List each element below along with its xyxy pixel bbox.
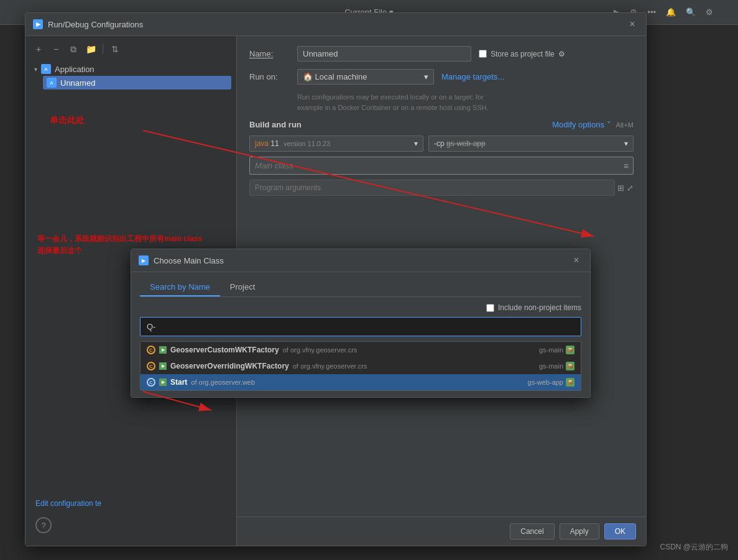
tree-item-unnamed[interactable]: A Unnamed <box>43 76 231 90</box>
config-tree: ▾ A Application A Unnamed <box>30 62 231 90</box>
java-select-row: java 11 version 11.0.23 ▾ -cp gs-web-app… <box>249 135 634 152</box>
config-footer: Cancel Apply OK <box>237 516 646 546</box>
result-item-2[interactable]: C ▶ Start of org.geoserver.web gs-web-ap… <box>141 374 581 390</box>
add-config-button[interactable]: + <box>32 42 45 56</box>
prog-args-expand-button[interactable]: ⊞ <box>617 183 624 193</box>
result-module-icon-0: 📦 <box>566 346 574 354</box>
manage-targets-link[interactable]: Manage targets... <box>441 72 504 81</box>
class-search-input[interactable] <box>140 317 581 336</box>
name-input[interactable] <box>297 46 471 62</box>
java-keyword: java <box>255 139 269 148</box>
result-classname-1: GeoserverOverridingWKTFactory <box>170 362 289 370</box>
unnamed-icon: A <box>47 78 57 88</box>
name-row: Name: Store as project file ⚙ <box>249 46 634 62</box>
annotation-wait-text: 等一会儿，系统就能识别出工程中所有main class 选择最后这个 <box>37 233 202 257</box>
store-checkbox-row: Store as project file ⚙ <box>479 50 565 58</box>
dialog-title-left: ▶ Run/Debug Configurations <box>33 19 143 29</box>
copy-config-button[interactable]: ⧉ <box>67 42 80 56</box>
result-item-0[interactable]: C ▶ GeoserverCustomWKTFactory of org.vfn… <box>141 342 581 358</box>
sort-config-button[interactable]: ⇅ <box>108 42 122 56</box>
store-settings-icon[interactable]: ⚙ <box>558 50 565 58</box>
result-package-2: of org.geoserver.web <box>191 379 255 386</box>
prog-args-resize-button[interactable]: ⤢ <box>627 183 634 193</box>
help-button[interactable]: ? <box>35 517 52 533</box>
main-class-browse-button[interactable]: ≡ <box>620 160 632 172</box>
choose-tabs: Search by Name Project <box>140 278 581 297</box>
build-run-title: Build and run <box>249 120 302 129</box>
run-on-label: Run on: <box>249 72 290 81</box>
result-module-icon-1: 📦 <box>566 362 574 370</box>
modify-options-wrapper: Modify options ˅ Alt+M <box>552 120 634 129</box>
prog-args-label: Program arguments <box>249 180 615 196</box>
remove-config-button[interactable]: − <box>49 42 63 56</box>
tab-project[interactable]: Project <box>220 278 265 296</box>
run-on-row: Run on: 🏠 Local machine ▾ Manage targets… <box>249 69 634 85</box>
result-module-1: gs-main 📦 <box>539 362 574 370</box>
ok-button[interactable]: OK <box>604 523 636 539</box>
include-nonproject-checkbox[interactable] <box>486 304 494 312</box>
result-package-0: of org.vfny.geoserver.crs <box>283 346 357 354</box>
dialog-titlebar: ▶ Run/Debug Configurations × <box>25 13 646 36</box>
choose-dialog-icon: ▶ <box>139 255 149 265</box>
run-on-dropdown[interactable]: 🏠 Local machine ▾ <box>297 69 434 85</box>
tree-item-application[interactable]: ▾ A Application <box>30 62 231 76</box>
help-button-wrapper: ? <box>35 517 52 533</box>
java-version-number: 11 <box>270 139 279 148</box>
search-input-row <box>140 317 581 336</box>
hint-text: Run configurations may be executed local… <box>297 92 634 112</box>
expand-arrow: ▾ <box>34 66 37 73</box>
cp-value: -cp gs-web-app <box>434 139 486 148</box>
apply-button[interactable]: Apply <box>560 523 599 539</box>
dialog-title: Run/Debug Configurations <box>48 20 143 29</box>
java-version-detail: version 11.0.23 <box>284 140 330 147</box>
bell-icon[interactable]: 🔔 <box>666 7 676 17</box>
wait-text-line1: 等一会儿，系统就能识别出工程中所有main class <box>37 234 202 243</box>
search-icon[interactable]: 🔍 <box>686 7 696 17</box>
main-class-input[interactable] <box>249 157 634 175</box>
folder-config-button[interactable]: 📁 <box>84 42 98 56</box>
tab-search-by-name[interactable]: Search by Name <box>140 278 220 296</box>
result-module-0: gs-main 📦 <box>539 346 574 354</box>
choose-title-left: ▶ Choose Main Class <box>139 255 224 265</box>
more-icon[interactable]: ••• <box>647 7 656 17</box>
gear-icon[interactable]: ⚙ <box>706 7 713 17</box>
choose-dialog-close-button[interactable]: × <box>570 254 583 267</box>
dialog-run-icon: ▶ <box>33 19 43 29</box>
java-version-dropdown[interactable]: java 11 version 11.0.23 ▾ <box>249 135 423 152</box>
cancel-button[interactable]: Cancel <box>510 523 554 539</box>
dialog-close-button[interactable]: × <box>626 18 639 30</box>
result-icon-1: C <box>147 362 155 370</box>
result-classname-2: Start <box>170 378 187 387</box>
store-label: Store as project file <box>491 50 555 58</box>
result-package-1: of org.vfny.geoserver.crs <box>293 362 367 370</box>
modify-options-button[interactable]: Modify options ˅ <box>552 120 611 129</box>
app-icon: A <box>41 64 51 74</box>
run-on-value: 🏠 Local machine <box>303 72 367 81</box>
result-icon-0: C <box>147 346 155 354</box>
prog-args-text: Program arguments <box>255 183 321 192</box>
edit-config-link-wrapper: Edit configuration te <box>35 497 101 508</box>
include-nonproject-row: Include non-project items <box>140 303 581 312</box>
app-label: Application <box>55 65 95 74</box>
choose-main-class-dialog: ▶ Choose Main Class × Search by Name Pro… <box>131 249 591 398</box>
store-checkbox[interactable] <box>479 50 487 58</box>
result-module-2: gs-web-app 📦 <box>528 378 574 387</box>
cp-dropdown[interactable]: -cp gs-web-app ▾ <box>428 135 634 152</box>
result-icon-2: C <box>147 378 155 387</box>
tree-children: A Unnamed <box>43 76 231 90</box>
result-green-icon-1: ▶ <box>159 362 167 370</box>
edit-config-link[interactable]: Edit configuration te <box>35 499 101 508</box>
tab-project-label: Project <box>230 282 255 291</box>
result-list: C ▶ GeoserverCustomWKTFactory of org.vfn… <box>140 341 581 391</box>
result-classname-0: GeoserverCustomWKTFactory <box>170 346 279 354</box>
alt-hint: Alt+M <box>616 121 634 129</box>
name-label: Name: <box>249 49 290 58</box>
result-item-1[interactable]: C ▶ GeoserverOverridingWKTFactory of org… <box>141 358 581 374</box>
dropdown-arrow: ▾ <box>424 72 428 81</box>
choose-dialog-title: Choose Main Class <box>154 256 224 265</box>
toolbar-separator <box>103 44 103 54</box>
tab-search-label: Search by Name <box>150 282 210 291</box>
result-module-icon-2: 📦 <box>566 378 574 387</box>
include-nonproject-label: Include non-project items <box>498 303 581 312</box>
annotation-click-here: 单击此处 <box>50 115 85 126</box>
